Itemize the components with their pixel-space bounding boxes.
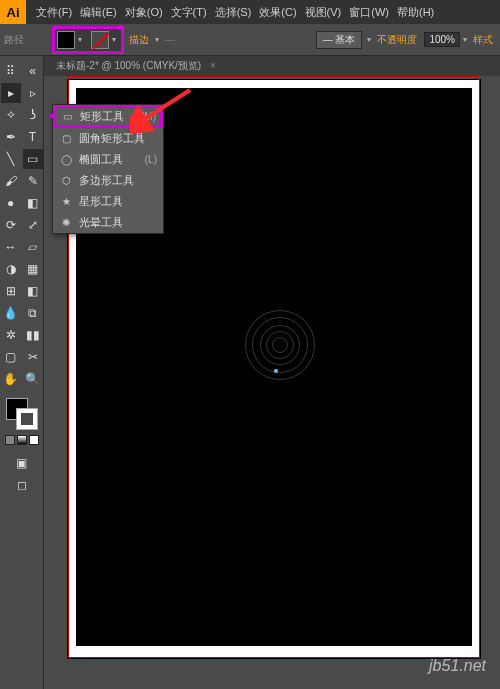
fill-stroke-swatches-highlight: ▾ ▾ [52,26,124,54]
close-icon[interactable]: × [210,60,216,71]
polygon-icon: ⬡ [59,175,73,186]
flyout-label: 矩形工具 [80,109,124,124]
shape-tool-flyout: ▭ 矩形工具 (M) ▢ 圆角矩形工具 ◯ 椭圆工具 (L) ⬡ 多边形工具 ★… [52,104,164,234]
graphic-style-dropdown[interactable]: — 基本 [316,31,363,49]
flyout-label: 光晕工具 [79,215,123,230]
eraser-tool[interactable]: ◧ [23,193,43,213]
flyout-label: 星形工具 [79,194,123,209]
lasso-tool[interactable]: ʖ [23,105,43,125]
rounded-rectangle-icon: ▢ [59,133,73,144]
color-mode-row [4,434,40,446]
menu-view[interactable]: 视图(V) [301,5,346,20]
chevron-down-icon[interactable]: ▾ [155,35,159,44]
menu-edit[interactable]: 编辑(E) [76,5,121,20]
pencil-tool[interactable]: ✎ [23,171,43,191]
menu-select[interactable]: 选择(S) [211,5,256,20]
column-graph-tool[interactable]: ▮▮ [23,325,43,345]
chevron-down-icon[interactable]: ▾ [78,35,82,44]
width-tool[interactable]: ↔ [1,237,21,257]
menu-window[interactable]: 窗口(W) [345,5,393,20]
gradient-tool[interactable]: ◧ [23,281,43,301]
artboard-tool[interactable]: ▢ [1,347,21,367]
menu-effect[interactable]: 效果(C) [255,5,300,20]
toolbox-grip[interactable]: ⠿ [1,61,21,81]
scale-tool[interactable]: ⤢ [23,215,43,235]
menu-bar: Ai 文件(F) 编辑(E) 对象(O) 文字(T) 选择(S) 效果(C) 视… [0,0,500,24]
flyout-rounded-rectangle-tool[interactable]: ▢ 圆角矩形工具 [53,128,163,149]
fill-stroke-indicator[interactable] [4,396,40,432]
flyout-shortcut: (M) [141,111,156,122]
menu-type[interactable]: 文字(T) [167,5,211,20]
symbol-sprayer-tool[interactable]: ✲ [1,325,21,345]
flyout-label: 多边形工具 [79,173,134,188]
hand-tool[interactable]: ✋ [1,369,21,389]
toolbox-collapse-icon[interactable]: « [23,61,43,81]
chevron-down-icon[interactable]: ▾ [112,35,116,44]
direct-selection-tool[interactable]: ▹ [23,83,43,103]
stroke-color-swatch[interactable] [16,408,38,430]
stroke-swatch[interactable] [91,31,109,49]
stroke-label[interactable]: 描边 [129,33,149,47]
flyout-rectangle-tool[interactable]: ▭ 矩形工具 (M) [53,105,163,128]
menu-file[interactable]: 文件(F) [32,5,76,20]
chevron-down-icon[interactable]: ▾ [367,35,371,44]
shape-builder-tool[interactable]: ◑ [1,259,21,279]
flyout-shortcut: (L) [145,154,157,165]
flare-icon: ✺ [59,217,73,228]
type-tool[interactable]: T [23,127,43,147]
flyout-star-tool[interactable]: ★ 星形工具 [53,191,163,212]
flyout-label: 椭圆工具 [79,152,123,167]
app-logo: Ai [0,0,26,24]
toolbox: ⠿« ▸▹ ✧ʖ ✒T ╲▭ 🖌✎ ●◧ ⟳⤢ ↔▱ ◑▦ ⊞◧ 💧⧉ ✲▮▮ … [0,56,44,689]
document-tab[interactable]: 未标题-2* @ 100% (CMYK/预览) × [48,59,224,73]
flyout-ellipse-tool[interactable]: ◯ 椭圆工具 (L) [53,149,163,170]
pen-tool[interactable]: ✒ [1,127,21,147]
center-point-indicator [274,369,278,373]
eyedropper-tool[interactable]: 💧 [1,303,21,323]
fill-swatch[interactable] [57,31,75,49]
color-mode-gradient[interactable] [17,435,27,445]
ellipse-icon: ◯ [59,154,73,165]
chevron-down-icon[interactable]: ▾ [463,35,467,44]
mesh-tool[interactable]: ⊞ [1,281,21,301]
flyout-label: 圆角矩形工具 [79,131,145,146]
star-icon: ★ [59,196,73,207]
blob-brush-tool[interactable]: ● [1,193,21,213]
free-transform-tool[interactable]: ▱ [23,237,43,257]
document-tabs: 未标题-2* @ 100% (CMYK/预览) × [0,56,500,76]
rotate-tool[interactable]: ⟳ [1,215,21,235]
stroke-width-dash: — [165,34,175,45]
color-mode-color[interactable] [5,435,15,445]
opacity-label[interactable]: 不透明度 [377,33,417,47]
document-title: 未标题-2* @ 100% (CMYK/预览) [56,60,201,71]
site-watermark: jb51.net [429,657,486,675]
rectangle-icon: ▭ [60,111,74,122]
opacity-value[interactable]: 100% [424,32,460,47]
magic-wand-tool[interactable]: ✧ [1,105,21,125]
rectangle-tool[interactable]: ▭ [23,149,43,169]
flyout-polygon-tool[interactable]: ⬡ 多边形工具 [53,170,163,191]
selection-tool[interactable]: ▸ [1,83,21,103]
line-tool[interactable]: ╲ [1,149,21,169]
paintbrush-tool[interactable]: 🖌 [1,171,21,191]
options-label: 路径 [4,33,24,47]
change-screen-mode[interactable]: ◻ [12,475,32,495]
screen-mode-tool[interactable]: ▣ [12,453,32,473]
style-button[interactable]: 样式 [473,33,493,47]
blend-tool[interactable]: ⧉ [23,303,43,323]
zoom-tool[interactable]: 🔍 [23,369,43,389]
flyout-flare-tool[interactable]: ✺ 光晕工具 [53,212,163,233]
menu-help[interactable]: 帮助(H) [393,5,438,20]
slice-tool[interactable]: ✂ [23,347,43,367]
options-bar: 路径 ▾ ▾ 描边 ▾ — — 基本 ▾ 不透明度 100% ▾ 样式 [0,24,500,56]
perspective-tool[interactable]: ▦ [23,259,43,279]
menu-object[interactable]: 对象(O) [121,5,167,20]
color-mode-none[interactable] [29,435,39,445]
